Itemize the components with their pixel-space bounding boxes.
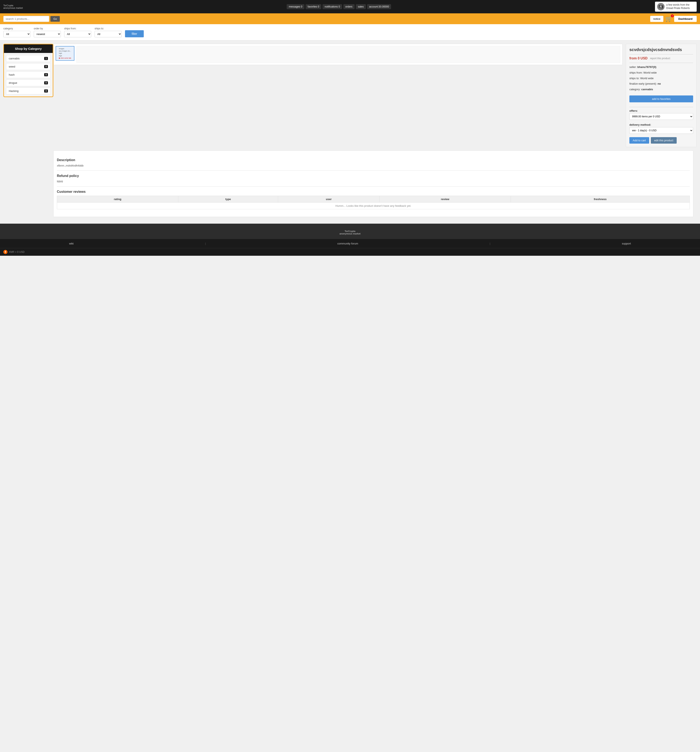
delivery-label: delivery method: xyxy=(629,123,693,126)
offers-select[interactable]: 9999.00 items per 0 USD xyxy=(629,113,693,120)
reviews-section: Customer reviews rating type user review… xyxy=(57,186,690,213)
sales-button[interactable]: sales xyxy=(356,4,366,9)
category-badge-weed: 0 xyxy=(44,65,48,68)
edit-product-button[interactable]: edit this product xyxy=(651,137,677,144)
product-info-panel: scvdvsjcdsjvcsdnvndsvds from 0 USD repor… xyxy=(626,44,697,147)
offers-label: offers: xyxy=(629,109,693,112)
community-forum-link[interactable]: community forum xyxy=(337,242,358,245)
cart-badge: 0 xyxy=(671,14,674,17)
footer-logo: TorCrypta anonymous market xyxy=(3,230,697,235)
filter-bar: category All order by newest ships from:… xyxy=(0,24,700,40)
shipsfrom-select[interactable]: All xyxy=(64,31,91,37)
col-freshness: freshness xyxy=(511,196,689,202)
product-main-image xyxy=(76,46,620,63)
category-item-hash[interactable]: hash 0 xyxy=(6,71,51,78)
search-go-button[interactable]: Go xyxy=(50,16,60,22)
description-area: Description xfbnm.,mdvbfvdfnfddb Refund … xyxy=(53,151,693,217)
orderby-select[interactable]: newest xyxy=(34,31,61,37)
price-value: from 0 USD xyxy=(629,56,647,60)
refund-content: fdbfd xyxy=(57,180,690,183)
reviews-title: Customer reviews xyxy=(57,190,690,194)
search-input[interactable] xyxy=(3,16,49,22)
delivery-select[interactable]: ww - 1 day(s) - 0 USD xyxy=(629,127,693,134)
category-item-hacking[interactable]: Hacking 0 xyxy=(6,87,51,95)
filter-button[interactable]: filter xyxy=(125,30,144,37)
category-value: cannabis xyxy=(641,88,653,91)
add-favorites-button[interactable]: add to favorites xyxy=(629,95,693,103)
product-top: imagesany images do...highhigh▶ click so… xyxy=(53,44,697,147)
wiki-link[interactable]: wiki xyxy=(69,242,74,245)
product-ships-from: ships from: World wide xyxy=(629,71,693,75)
product-area: imagesany images do...highhigh▶ click so… xyxy=(53,44,697,217)
footer-logo-name: TorCrypta xyxy=(3,230,697,232)
category-item-weed[interactable]: weed 0 xyxy=(6,63,51,70)
site-name: TorCrypta xyxy=(3,4,23,7)
orderby-filter-group: order by newest xyxy=(34,27,61,37)
dashboard-button[interactable]: Dashboard xyxy=(674,16,697,22)
account-button[interactable]: account ₿0.00000 xyxy=(367,4,391,9)
shop-by-category-title: Shop by Category xyxy=(4,44,53,53)
seller-value[interactable]: bhanu78797(0) xyxy=(637,65,656,68)
footer-sep-1: | xyxy=(205,242,206,245)
search-bar: Go notice 🛒 0 Dashboard xyxy=(0,13,700,24)
footer-bottom: ₿ XMR = 0 USD xyxy=(0,248,700,256)
favorites-button[interactable]: favorites 0 xyxy=(306,4,321,9)
product-price: from 0 USD report this product xyxy=(629,56,693,60)
support-link[interactable]: support xyxy=(622,242,631,245)
category-item-drogue[interactable]: drogue 0 xyxy=(6,79,51,86)
ships-to-value: World wide xyxy=(640,77,653,80)
col-user: user xyxy=(278,196,379,202)
category-filter-group: category All xyxy=(3,27,30,37)
category-item-cannabis[interactable]: cannabis 1 xyxy=(6,55,51,62)
reviews-table: rating type user review freshness Humm..… xyxy=(57,196,690,209)
dread-pirate-text: a few words from the Dread Pirate Robert… xyxy=(666,3,695,10)
report-product-link[interactable]: report this product xyxy=(650,57,670,60)
shipsto-select[interactable]: All xyxy=(95,31,122,37)
product-divider xyxy=(629,54,693,54)
finalize-label: finalize early (present): xyxy=(629,82,657,85)
product-seller: seller: bhanu78797(0) xyxy=(629,65,693,69)
cart-icon[interactable]: 🛒 0 xyxy=(666,16,672,22)
category-label: category xyxy=(3,27,30,30)
description-title: Description xyxy=(57,158,690,162)
top-navigation: TorCrypta anonymous market messages 0 fa… xyxy=(0,0,700,13)
dread-pirate-avatar: 🏴‍☠️ xyxy=(657,3,664,11)
product-images: imagesany images do...highhigh▶ click so… xyxy=(53,44,622,65)
category-label-text: category: xyxy=(629,88,640,91)
product-title: scvdvsjcdsjvcsdnvndsvds xyxy=(629,47,693,52)
footer-dark: TorCrypta anonymous market xyxy=(0,224,700,239)
search-left: Go xyxy=(3,16,60,22)
refund-section: Refund policy fdbfd xyxy=(57,171,690,186)
sidebar: Shop by Category cannabis 1 weed 0 hash … xyxy=(3,44,53,217)
messages-button[interactable]: messages 0 xyxy=(287,4,304,9)
product-finalize: finalize early (present): no xyxy=(629,82,693,86)
notifications-button[interactable]: notifications 0 xyxy=(323,4,342,9)
add-to-cart-button[interactable]: Add to cart xyxy=(629,137,649,144)
no-reviews-message: Humm... Looks like this product doesn't … xyxy=(57,202,690,209)
notice-button[interactable]: notice xyxy=(650,16,663,22)
reviews-empty-row: Humm... Looks like this product doesn't … xyxy=(57,202,690,209)
xmr-value: XMR = 0 USD xyxy=(9,250,25,253)
footer-sep-2: | xyxy=(490,242,490,245)
category-name-hash: hash xyxy=(9,73,15,76)
shop-by-category: Shop by Category cannabis 1 weed 0 hash … xyxy=(3,44,53,97)
ships-from-label: ships from: xyxy=(629,71,643,74)
category-badge-hacking: 0 xyxy=(44,89,48,93)
product-thumbnail[interactable]: imagesany images do...highhigh▶ click so… xyxy=(56,46,75,61)
ships-to-label: ships to: xyxy=(629,77,639,80)
description-section: Description xfbnm.,mdvbfvdfnfddb xyxy=(57,155,690,171)
footer-logo-tagline: anonymous market xyxy=(3,232,697,235)
shipsto-filter-group: ships to: All xyxy=(95,27,122,37)
category-badge-hash: 0 xyxy=(44,73,48,76)
orders-button[interactable]: orders xyxy=(343,4,355,9)
category-select[interactable]: All xyxy=(3,31,30,37)
product-category: category: cannabis xyxy=(629,87,693,92)
product-ships-to: ships to: World wide xyxy=(629,76,693,81)
refund-title: Refund policy xyxy=(57,174,690,178)
xmr-badge: ₿ XMR = 0 USD xyxy=(3,250,25,254)
site-logo: TorCrypta anonymous market xyxy=(3,4,23,9)
col-rating: rating xyxy=(57,196,178,202)
shipsfrom-filter-group: ships from: All xyxy=(64,27,91,37)
main-content: Shop by Category cannabis 1 weed 0 hash … xyxy=(0,40,700,220)
shipsfrom-label: ships from: xyxy=(64,27,91,30)
